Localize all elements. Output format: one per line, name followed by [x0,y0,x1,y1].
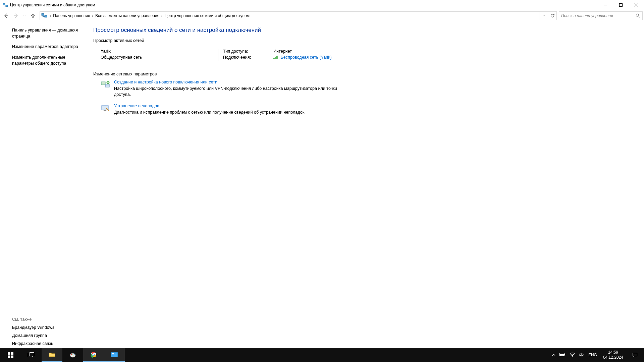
taskbar-app-control-panel[interactable] [104,348,125,362]
taskbar-app-explorer[interactable] [42,348,62,362]
svg-rect-13 [274,58,275,59]
svg-rect-39 [112,355,114,355]
svg-point-10 [636,14,639,16]
action-center-button[interactable] [628,348,642,362]
svg-rect-41 [565,354,565,355]
page-title: Просмотр основных сведений о сети и наст… [93,27,342,34]
svg-rect-14 [275,57,276,59]
svg-rect-12 [273,58,274,59]
nav-up-button[interactable] [28,11,38,20]
language-indicator[interactable]: ENG [588,353,597,357]
wifi-signal-icon [273,56,278,60]
svg-rect-25 [8,355,10,358]
svg-point-30 [71,354,72,355]
svg-rect-18 [105,84,109,87]
new-connection-link[interactable]: Создание и настройка нового подключения … [114,80,342,84]
breadcrumb-item[interactable]: Панель управления [52,12,91,20]
nav-recent-dropdown[interactable] [21,11,28,20]
network-center-icon [3,2,8,8]
troubleshoot-desc: Диагностика и исправление проблем с сеть… [114,110,306,116]
breadcrumb-item[interactable]: Все элементы панели управления [94,12,161,20]
svg-rect-9 [45,15,47,17]
svg-rect-26 [11,355,13,358]
taskbar-app-paint[interactable] [62,348,83,362]
svg-rect-3 [620,3,623,6]
svg-rect-23 [8,352,10,355]
tray-time: 14:59 [603,350,623,355]
seealso-link-firewall[interactable]: Брандмауэр Windows [12,325,83,330]
svg-rect-17 [101,82,105,85]
window-title: Центр управления сетями и общим доступом [10,3,95,7]
chevron-right-icon[interactable]: › [92,14,94,18]
change-settings-header: Изменение сетевых параметров [93,72,342,76]
svg-rect-22 [103,111,107,111]
active-networks-header: Просмотр активных сетей [93,38,342,43]
svg-point-33 [73,356,74,357]
svg-rect-28 [30,353,34,356]
tray-clock[interactable]: 14:59 04.12.2024 [601,350,625,360]
svg-point-32 [74,354,75,355]
close-button[interactable] [629,0,644,10]
svg-point-31 [72,354,73,355]
search-box[interactable] [559,11,643,20]
chevron-right-icon[interactable]: › [49,14,52,18]
svg-rect-1 [6,5,8,7]
sidebar-item-advanced-sharing[interactable]: Изменить дополнительные параметры общего… [12,55,83,66]
connection-link[interactable]: Беспроводная сеть (Yarik) [281,55,332,60]
see-also-header: См. также [12,317,83,322]
wifi-tray-icon[interactable] [570,352,575,358]
network-type: Общедоступная сеть [101,55,218,60]
address-dropdown-button[interactable] [539,12,548,20]
nav-forward-button[interactable] [11,11,21,20]
svg-rect-8 [42,13,44,15]
tray-overflow-button[interactable] [552,352,555,358]
battery-icon[interactable] [559,352,566,358]
volume-muted-icon[interactable] [579,352,584,358]
sidebar-item-adapter-settings[interactable]: Изменение параметров адаптера [12,44,83,50]
search-icon[interactable] [636,13,640,18]
refresh-button[interactable] [548,12,556,20]
svg-point-36 [93,354,94,355]
new-connection-desc: Настройка широкополосного, коммутируемог… [114,86,342,98]
troubleshoot-icon [101,104,110,113]
svg-line-11 [639,16,640,18]
access-type-label: Тип доступа: [223,49,273,54]
maximize-button[interactable] [613,0,629,10]
search-input[interactable] [561,13,636,18]
control-panel-icon [41,12,48,19]
new-connection-icon [101,80,110,89]
svg-rect-24 [11,352,13,355]
nav-back-button[interactable] [1,11,11,20]
seealso-link-homegroup[interactable]: Домашняя группа [12,333,83,338]
breadcrumb-item[interactable]: Центр управления сетями и общим доступом [163,12,251,20]
address-bar[interactable]: › Панель управления › Все элементы панел… [40,11,557,20]
minimize-button[interactable] [598,0,613,10]
network-name: Yarik [101,49,218,54]
svg-rect-16 [277,56,278,59]
svg-rect-21 [104,110,106,111]
svg-point-43 [572,356,573,356]
svg-rect-0 [3,3,5,5]
show-desktop-button[interactable] [642,348,644,362]
sidebar-home-link[interactable]: Панель управления — домашняя страница [12,27,83,39]
svg-rect-15 [276,56,277,59]
taskbar-app-chrome[interactable] [83,348,104,362]
connections-label: Подключения: [223,55,273,60]
tray-date: 04.12.2024 [603,355,623,360]
svg-rect-42 [560,354,564,356]
seealso-link-infrared[interactable]: Инфракрасная связь [12,341,83,346]
svg-rect-46 [633,353,637,356]
start-button[interactable] [0,348,21,362]
svg-rect-38 [112,353,114,354]
troubleshoot-link[interactable]: Устранение неполадок [114,104,306,108]
chevron-right-icon[interactable]: › [161,14,163,18]
task-view-button[interactable] [21,348,42,362]
access-type-value: Интернет [273,49,292,54]
